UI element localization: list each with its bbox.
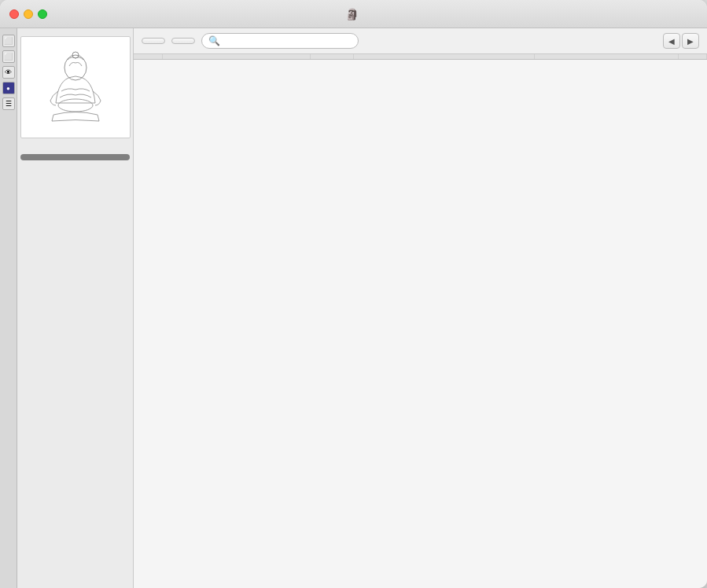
tab-parametrit[interactable] [20,154,130,160]
sidebar-icon-1[interactable]: ⬜ [2,35,15,47]
search-icon: 🔍 [208,35,220,46]
titlebar: 🗿 [0,0,707,28]
col-header-view [134,54,162,60]
table-container [134,54,707,588]
minimize-button[interactable] [24,9,33,19]
col-header-extra [678,54,706,60]
tab-detaljit[interactable] [20,146,130,153]
col-header-name [353,54,535,60]
tab-kuvaukset[interactable] [20,178,130,184]
preview-image [20,36,131,138]
search-input[interactable] [223,36,352,46]
toolbar: 🔍 ◀ ▶ [134,28,707,54]
sidebar-icon-2[interactable]: ⬜ [2,50,15,63]
window-title: 🗿 [345,8,363,20]
sidebar-tabs [17,146,133,184]
sidebar-icon-5[interactable]: ☰ [2,97,15,110]
maximize-button[interactable] [38,9,47,19]
main-content: ⬜ ⬜ 👁 ● ☰ [0,28,707,588]
right-panel: 🔍 ◀ ▶ [134,28,707,588]
traffic-lights [9,9,47,19]
col-header-val [535,54,678,60]
tab-nimikkeet[interactable] [20,170,130,176]
new-button[interactable] [142,38,165,44]
col-header-var [162,54,310,60]
parameters-table [134,54,707,60]
programs-section-label [17,189,133,195]
nav-next-button[interactable]: ▶ [682,33,699,49]
close-button[interactable] [9,9,19,19]
search-bar: 🔍 [201,33,359,49]
nav-prev-button[interactable]: ◀ [663,33,680,49]
tab-muuntaminen[interactable] [20,162,130,168]
app-icon: 🗿 [345,8,359,20]
nav-arrows: ◀ ▶ [663,33,699,49]
sidebar-icon-4[interactable]: ● [2,82,15,94]
delete-button[interactable] [171,38,195,44]
table-header-row [134,54,707,60]
sidebar-icon-3[interactable]: 👁 [2,66,15,79]
app-window: 🗿 ⬜ ⬜ 👁 ● ☰ [0,0,707,588]
svg-point-1 [58,99,93,112]
col-header-type [311,54,354,60]
sidebar: ⬜ ⬜ 👁 ● ☰ [0,28,134,588]
